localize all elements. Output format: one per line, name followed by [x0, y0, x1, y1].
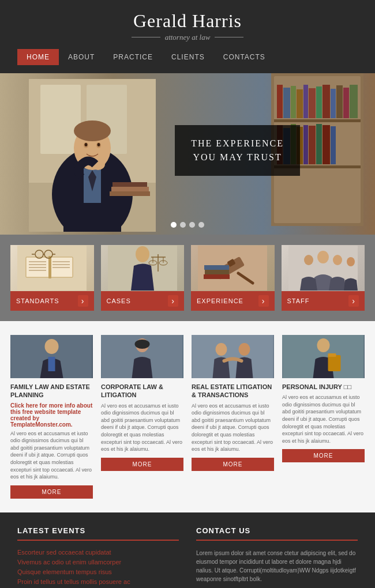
- service-standarts: STANDARTS ›: [10, 245, 94, 311]
- svg-point-80: [45, 339, 59, 354]
- svg-rect-20: [274, 119, 361, 122]
- practice-corporate-body: Al vero eos et accusamus et iusto odio d…: [101, 402, 183, 453]
- hero-line2: YOU MAY TRUST: [191, 150, 284, 164]
- nav-home[interactable]: HOME: [17, 49, 59, 65]
- svg-rect-72: [205, 270, 229, 274]
- services-section: STANDARTS › CASES ›: [0, 235, 375, 321]
- svg-rect-81: [48, 357, 55, 371]
- svg-rect-29: [322, 85, 330, 118]
- footer-events-col: LATEST EVENTS Escorteur sed occaecat cup…: [17, 526, 179, 588]
- svg-rect-46: [48, 256, 51, 278]
- practice-family-more[interactable]: MORE: [10, 485, 93, 499]
- svg-rect-31: [336, 85, 343, 118]
- svg-point-87: [239, 343, 250, 356]
- practice-personal-injury: PERSONAL INJURY □□ Al vero eos et accusa…: [282, 335, 365, 499]
- practice-corporate-title: CORPORATE LAW & LITIGATION: [101, 383, 183, 399]
- svg-rect-32: [343, 88, 349, 118]
- nav-clients[interactable]: CLIENTS: [162, 49, 214, 65]
- experience-arrow[interactable]: ›: [258, 295, 269, 307]
- svg-rect-39: [309, 126, 316, 164]
- svg-point-13: [97, 143, 100, 146]
- svg-point-76: [304, 255, 313, 265]
- svg-rect-27: [309, 88, 316, 118]
- footer-main: LATEST EVENTS Escorteur sed occaecat cup…: [0, 512, 375, 588]
- svg-point-9: [74, 120, 111, 141]
- practice-family-law: FAMILY LAW AND ESTATE PLANNING Click her…: [10, 335, 93, 499]
- practice-realestate-body: Al vero eos et accusamus et iusto odio d…: [192, 402, 274, 453]
- site-header: Gerald Harris attorney at law: [0, 0, 375, 49]
- svg-point-12: [85, 143, 88, 146]
- footer-event-4[interactable]: Proin id tellus ut tellus mollis posuere…: [17, 578, 179, 585]
- svg-rect-24: [291, 86, 296, 118]
- svg-rect-42: [331, 126, 336, 164]
- carousel-dot-2[interactable]: [180, 222, 186, 228]
- hero-carousel-dots[interactable]: [171, 222, 204, 228]
- footer-event-3[interactable]: Quisque elementum tempus risus: [17, 568, 179, 575]
- carousel-dot-3[interactable]: [189, 222, 195, 228]
- practice-corporate-more[interactable]: MORE: [101, 458, 183, 471]
- footer-contact-body: Lorem ipsum dolor sit amet conse ctetur …: [196, 549, 358, 583]
- svg-rect-30: [331, 89, 336, 118]
- practice-family-highlight[interactable]: Click here for more info about this free…: [10, 402, 93, 428]
- nav-about[interactable]: ABOUT: [59, 49, 104, 65]
- footer-contact-title: CONTACT US: [196, 526, 358, 541]
- practice-realestate-more[interactable]: MORE: [192, 458, 274, 471]
- service-cases: CASES ›: [101, 245, 185, 311]
- practice-family-image: [10, 335, 93, 378]
- footer-event-1[interactable]: Escorteur sed occaecat cupidatat: [17, 549, 179, 556]
- svg-point-86: [216, 343, 227, 356]
- svg-rect-16: [111, 187, 149, 191]
- svg-point-60: [136, 246, 149, 262]
- site-title: Gerald Harris: [0, 10, 375, 32]
- practice-injury-body: Al vero eos et accusamus et iusto odio d…: [282, 394, 365, 444]
- svg-rect-15: [110, 191, 150, 196]
- practice-section: FAMILY LAW AND ESTATE PLANNING Click her…: [0, 321, 375, 512]
- carousel-dot-1[interactable]: [171, 222, 177, 228]
- footer-event-2[interactable]: Vivemus ac odio ut enim ullamcorper: [17, 559, 179, 566]
- carousel-dot-4[interactable]: [198, 222, 204, 228]
- practice-injury-more[interactable]: MORE: [282, 449, 365, 462]
- svg-rect-28: [316, 86, 322, 118]
- svg-point-89: [317, 338, 330, 352]
- svg-rect-22: [277, 85, 283, 118]
- practice-corporate-image: [101, 335, 183, 378]
- staff-arrow[interactable]: ›: [348, 295, 359, 307]
- nav-practice[interactable]: PRACTICE: [104, 49, 162, 65]
- standarts-arrow[interactable]: ›: [78, 295, 88, 307]
- footer-contact-col: CONTACT US Lorem ipsum dolor sit amet co…: [196, 526, 358, 588]
- svg-rect-71: [204, 274, 230, 279]
- svg-rect-26: [303, 85, 308, 118]
- practice-injury-title: PERSONAL INJURY □□: [282, 383, 365, 391]
- practice-corporate-law: CORPORATE LAW & LITIGATION Al vero eos e…: [101, 335, 183, 499]
- service-cases-image: [101, 245, 185, 291]
- svg-point-77: [333, 255, 342, 265]
- svg-rect-41: [322, 125, 330, 164]
- service-standarts-label[interactable]: STANDARTS ›: [10, 291, 94, 311]
- practice-realestate-title: REAL ESTATE LITIGATION & TRANSACTIONS: [192, 383, 274, 399]
- hero-tagline-box: THE EXPERIENCE YOU MAY TRUST: [175, 125, 300, 176]
- nav-contacts[interactable]: CONTACTS: [214, 49, 275, 65]
- svg-rect-73: [204, 265, 229, 270]
- svg-rect-40: [316, 124, 322, 164]
- svg-point-84: [135, 340, 150, 349]
- service-cases-label[interactable]: CASES ›: [101, 291, 185, 311]
- site-tagline: attorney at law: [165, 33, 211, 42]
- main-nav: HOME ABOUT PRACTICE CLIENTS CONTACTS: [0, 49, 375, 73]
- practice-injury-image: [282, 335, 365, 378]
- cases-arrow[interactable]: ›: [168, 295, 178, 307]
- service-experience-label[interactable]: EXPERIENCE ›: [191, 291, 275, 311]
- practice-family-body: Al vero eos et accusamus et iusto odio d…: [10, 430, 93, 481]
- svg-rect-25: [297, 89, 303, 118]
- practice-family-title: FAMILY LAW AND ESTATE PLANNING: [10, 383, 93, 399]
- service-staff-image: [282, 245, 365, 291]
- service-experience-image: [191, 245, 275, 291]
- service-staff-label[interactable]: STAFF ›: [282, 291, 365, 311]
- svg-rect-85: [193, 335, 273, 378]
- practice-realestate-image: [192, 335, 274, 378]
- svg-rect-91: [328, 353, 336, 357]
- hero-image: [29, 79, 156, 232]
- footer-events-title: LATEST EVENTS: [17, 526, 179, 541]
- service-experience: EXPERIENCE ›: [191, 245, 275, 311]
- service-standarts-image: [10, 245, 94, 291]
- service-staff: STAFF ›: [282, 245, 365, 311]
